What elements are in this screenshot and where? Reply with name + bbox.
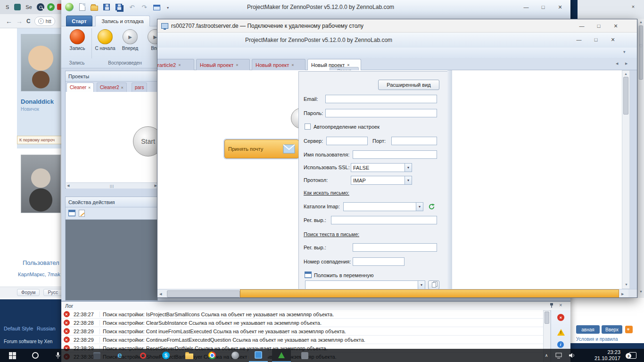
scrollbar-thumb[interactable] bbox=[545, 312, 549, 324]
ribbon-expand-icon[interactable]: ▾ bbox=[623, 49, 626, 54]
properties-panel-header[interactable]: Свойства действия bbox=[66, 197, 157, 207]
record-button[interactable]: Запись bbox=[65, 28, 90, 59]
skype-icon[interactable]: S bbox=[157, 349, 175, 362]
window-layout-icon[interactable] bbox=[152, 3, 161, 12]
start-node[interactable]: Start bbox=[133, 126, 158, 156]
online-users-list[interactable]: КарлМаркс, 7mak bbox=[18, 272, 60, 277]
project-tab-erarticle2[interactable]: erarticle2× bbox=[157, 59, 194, 70]
log-row[interactable]: × 22:38:29 Поиск настройки: Cont inueFro… bbox=[61, 327, 543, 336]
project-tab-new-2[interactable]: Новый проект× bbox=[252, 59, 305, 70]
log-header[interactable]: Лог × bbox=[61, 302, 570, 310]
qat-dropdown-icon[interactable]: ▾ bbox=[163, 3, 173, 12]
splitter-grip[interactable]: ||| bbox=[110, 184, 114, 188]
close-tab-icon[interactable]: × bbox=[178, 63, 181, 67]
scrollbar-thumb[interactable] bbox=[167, 290, 240, 297]
imap-folders-select[interactable]: ▾ bbox=[343, 202, 423, 211]
scrollbar-thumb[interactable] bbox=[639, 25, 643, 80]
maximize-button[interactable]: □ bbox=[590, 20, 607, 32]
pin-icon[interactable] bbox=[549, 303, 554, 309]
action-center-icon[interactable]: 3 bbox=[624, 349, 641, 362]
properties-edit-icon[interactable] bbox=[79, 210, 85, 217]
username-field[interactable] bbox=[353, 150, 437, 159]
projectmaker-taskbar-icon[interactable] bbox=[249, 349, 268, 362]
redo-icon[interactable]: ↷ bbox=[140, 2, 149, 12]
browser-forward-icon[interactable]: → bbox=[16, 17, 23, 25]
home-link[interactable]: авная bbox=[576, 325, 600, 334]
save-all-icon[interactable] bbox=[114, 2, 124, 12]
rss-icon[interactable]: ᯤ bbox=[625, 326, 633, 333]
breadcrumb-forum[interactable]: Форум bbox=[17, 289, 40, 296]
tab-record-debug[interactable]: Запись и отладка bbox=[95, 16, 150, 26]
project-tab-cleaner2[interactable]: Cleaner2× bbox=[97, 82, 127, 92]
close-tab-icon[interactable]: × bbox=[88, 85, 91, 90]
chevron-down-icon[interactable]: ▾ bbox=[405, 176, 412, 184]
save-icon[interactable] bbox=[102, 2, 111, 12]
browser-refresh-icon[interactable]: C bbox=[26, 18, 31, 25]
terms-link[interactable]: Условия и правила bbox=[576, 337, 618, 342]
copy-variable-button[interactable] bbox=[428, 280, 439, 289]
email-field[interactable] bbox=[325, 95, 437, 103]
open-folder-icon[interactable] bbox=[90, 2, 99, 12]
notepad-plus-icon[interactable] bbox=[272, 349, 291, 362]
action-block-receive-mail[interactable]: Принять почту bbox=[224, 140, 299, 158]
address-bar[interactable]: i htt bbox=[34, 16, 55, 26]
advanced-view-button[interactable]: Расширенный вид bbox=[378, 80, 439, 90]
inner-vscrollbar[interactable]: ▲ ▼ bbox=[622, 70, 630, 289]
volume-icon[interactable] bbox=[566, 349, 578, 362]
start-button[interactable] bbox=[3, 349, 22, 362]
project-tab-cleaner[interactable]: Cleaner× bbox=[66, 82, 94, 92]
close-button[interactable]: × bbox=[552, 1, 569, 13]
close-tab-icon[interactable]: × bbox=[347, 63, 349, 67]
filter-info-icon[interactable]: i bbox=[557, 341, 564, 348]
language-chooser-link[interactable]: Russian bbox=[37, 326, 56, 331]
log-row[interactable]: × 22:38:27 Поиск настройки: IsProjectBar… bbox=[61, 310, 543, 319]
scroll-down-icon[interactable]: ▼ bbox=[625, 283, 628, 286]
sphere-app-icon[interactable] bbox=[226, 349, 245, 362]
browser-close-button[interactable]: × bbox=[625, 1, 642, 12]
close-button[interactable]: × bbox=[604, 34, 621, 45]
edge-icon[interactable]: e bbox=[110, 349, 129, 362]
step-forward-button[interactable]: ▶ Вперед bbox=[118, 28, 142, 59]
app-icon[interactable] bbox=[295, 349, 314, 362]
project-canvas[interactable]: Start bbox=[66, 92, 158, 182]
log-row[interactable]: × 22:38:29 Поиск настройки: ContinueFrom… bbox=[61, 336, 543, 344]
maximize-button[interactable]: □ bbox=[535, 1, 552, 13]
variable-select[interactable]: ▾ bbox=[305, 280, 425, 289]
member-name[interactable]: Donalddick bbox=[21, 98, 54, 105]
site-info-icon[interactable]: i bbox=[38, 18, 44, 24]
style-chooser-link[interactable]: Default Style bbox=[4, 326, 33, 331]
clock[interactable]: 23:23 21.10.2017 bbox=[588, 349, 620, 362]
avatar[interactable] bbox=[21, 155, 61, 213]
minimize-button[interactable]: — bbox=[573, 20, 590, 32]
regex-field[interactable] bbox=[331, 216, 437, 224]
panel-splitter[interactable] bbox=[447, 70, 452, 289]
log-close-icon[interactable]: × bbox=[559, 302, 562, 308]
projectmaker-titlebar[interactable]: ↶ ↷ ▾ ProjectMaker for ZennoPoster v5.12… bbox=[61, 0, 570, 14]
match-number-field[interactable] bbox=[353, 257, 405, 266]
browser-tab-label-2[interactable]: Se bbox=[25, 4, 32, 10]
scroll-right-icon[interactable]: ▶ bbox=[621, 292, 624, 296]
properties-grid-icon[interactable] bbox=[68, 210, 75, 216]
scroll-up-icon[interactable]: ▲ bbox=[622, 72, 629, 75]
protocol-select[interactable]: IMAP▾ bbox=[351, 176, 412, 185]
filter-warnings-icon[interactable] bbox=[557, 329, 565, 336]
microphone-icon[interactable] bbox=[49, 349, 67, 362]
tabs-scroll-left-icon[interactable]: ◀ bbox=[616, 62, 618, 66]
inner-project-canvas[interactable]: Принять почту Расширенный вид Email: Пар… bbox=[157, 70, 630, 289]
server-field[interactable] bbox=[326, 137, 368, 145]
back-to-top-link[interactable]: Вверх bbox=[602, 325, 622, 334]
inner-hscrollbar[interactable]: ◀ ▶ bbox=[157, 289, 637, 297]
store-icon[interactable] bbox=[87, 349, 106, 362]
projects-panel-header[interactable]: Проекты bbox=[66, 71, 157, 82]
scrollbar-thumb[interactable] bbox=[623, 77, 628, 115]
canvas-hscrollbar[interactable]: ◀ ||| ▶ bbox=[66, 182, 158, 189]
language-icon[interactable]: Р bbox=[47, 3, 55, 11]
chrome-icon[interactable] bbox=[203, 349, 222, 362]
opera-icon[interactable] bbox=[133, 349, 152, 362]
new-project-icon[interactable] bbox=[77, 2, 87, 12]
autodetect-checkbox[interactable] bbox=[305, 123, 311, 130]
browser-back-icon[interactable]: ← bbox=[6, 17, 12, 25]
close-tab-icon[interactable]: × bbox=[291, 63, 294, 67]
file-explorer-icon[interactable] bbox=[180, 349, 198, 362]
online-users-heading[interactable]: Пользовател bbox=[23, 259, 59, 266]
